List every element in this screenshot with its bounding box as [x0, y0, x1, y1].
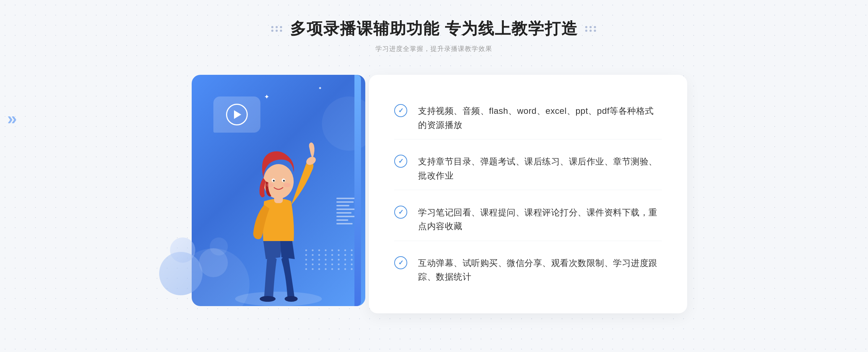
- page-title: 多项录播课辅助功能 专为线上教学打造: [290, 18, 578, 39]
- page-subtitle: 学习进度全掌握，提升录播课教学效果: [375, 44, 492, 53]
- check-icon-4: ✓: [394, 256, 407, 269]
- feature-item-4: ✓ 互动弹幕、试听购买、微信分享、观看次数限制、学习进度跟踪、数据统计: [394, 249, 662, 291]
- feature-item-1: ✓ 支持视频、音频、flash、word、excel、ppt、pdf等各种格式的…: [394, 97, 662, 139]
- right-dots-decoration: [585, 26, 597, 32]
- dot: [276, 30, 278, 32]
- svg-point-0: [235, 292, 322, 306]
- accent-bar: [354, 75, 361, 306]
- check-mark-icon: ✓: [398, 107, 404, 114]
- header-section: 多项录播课辅助功能 专为线上教学打造 学习进度全掌握，提升录播课教学效果: [271, 18, 597, 53]
- feature-text-1: 支持视频、音频、flash、word、excel、ppt、pdf等各种格式的资源…: [418, 104, 662, 132]
- check-icon-3: ✓: [394, 206, 407, 219]
- feature-text-4: 互动弹幕、试听购买、微信分享、观看次数限制、学习进度跟踪、数据统计: [418, 256, 662, 284]
- feature-text-3: 学习笔记回看、课程提问、课程评论打分、课件资料下载，重点内容收藏: [418, 206, 662, 233]
- dot: [594, 26, 596, 28]
- svg-point-9: [283, 180, 285, 182]
- dot: [280, 26, 282, 28]
- dot: [280, 30, 282, 32]
- dot: [271, 26, 273, 28]
- svg-point-1: [260, 296, 276, 302]
- sparkle-icon: ✦: [264, 93, 269, 101]
- feature-text-2: 支持章节目录、弹题考试、课后练习、课后作业、章节测验、批改作业: [418, 155, 662, 183]
- check-mark-icon: ✓: [398, 259, 404, 266]
- illustration-background: ✦ ✦: [192, 75, 365, 306]
- feature-item-2: ✓ 支持章节目录、弹题考试、课后练习、课后作业、章节测验、批改作业: [394, 147, 662, 190]
- dot: [594, 30, 596, 32]
- dot: [590, 30, 592, 32]
- dot: [585, 30, 587, 32]
- check-mark-icon: ✓: [398, 209, 404, 215]
- title-row: 多项录播课辅助功能 专为线上教学打造: [271, 18, 597, 39]
- svg-point-2: [285, 296, 298, 302]
- person-illustration: [224, 118, 333, 306]
- svg-point-11: [284, 183, 291, 187]
- dot: [276, 26, 278, 28]
- sparkle-icon-small: ✦: [318, 86, 322, 91]
- play-triangle-icon: [234, 110, 241, 119]
- svg-point-10: [266, 183, 273, 187]
- features-panel: ✓ 支持视频、音频、flash、word、excel、ppt、pdf等各种格式的…: [369, 75, 687, 313]
- content-section: ✦ ✦: [181, 68, 687, 313]
- dot: [590, 26, 592, 28]
- svg-point-8: [273, 180, 275, 182]
- decorative-circle-small: [170, 237, 195, 263]
- outer-decoration-left: »: [7, 108, 17, 128]
- feature-item-3: ✓ 学习笔记回看、课程提问、课程评论打分、课件资料下载，重点内容收藏: [394, 198, 662, 241]
- check-mark-icon: ✓: [398, 158, 404, 164]
- check-icon-2: ✓: [394, 155, 407, 168]
- left-dots-decoration: [271, 26, 283, 32]
- page-wrapper: 多项录播课辅助功能 专为线上教学打造 学习进度全掌握，提升录播课教学效果: [0, 0, 868, 352]
- chevron-left-icon: »: [7, 109, 17, 128]
- dot: [585, 26, 587, 28]
- illustration-area: ✦ ✦: [181, 68, 369, 313]
- check-icon-1: ✓: [394, 104, 407, 117]
- dot: [271, 30, 273, 32]
